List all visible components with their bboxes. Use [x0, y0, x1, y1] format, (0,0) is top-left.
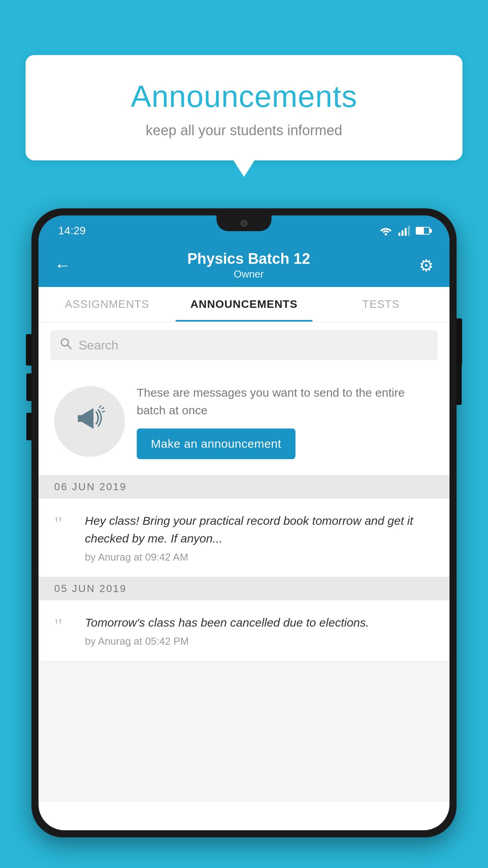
- phone-outer: 14:29: [31, 208, 457, 837]
- promo-icon-circle: [54, 386, 125, 457]
- promo-right: These are messages you want to send to t…: [137, 384, 434, 459]
- announcement-text-1: Hey class! Bring your practical record b…: [85, 512, 434, 547]
- announcement-content-1: Hey class! Bring your practical record b…: [85, 512, 434, 563]
- svg-rect-4: [408, 226, 410, 236]
- tab-tests[interactable]: TESTS: [312, 287, 449, 322]
- speech-bubble-subtitle: keep all your students informed: [57, 122, 431, 139]
- announcement-item-1[interactable]: " Hey class! Bring your practical record…: [39, 498, 449, 577]
- svg-line-9: [103, 411, 105, 412]
- content-area: Search: [39, 322, 449, 802]
- header-title-group: Physics Batch 12 Owner: [79, 250, 419, 280]
- settings-icon[interactable]: ⚙: [419, 256, 434, 275]
- tabs-bar: ASSIGNMENTS ANNOUNCEMENTS TESTS: [39, 287, 449, 322]
- search-icon: [60, 337, 72, 353]
- announcement-item-2[interactable]: " Tomorrow's class has been cancelled du…: [39, 600, 449, 661]
- svg-line-7: [99, 406, 101, 407]
- status-icons: [379, 226, 430, 236]
- speech-bubble-title: Announcements: [57, 79, 431, 114]
- power-button: [457, 354, 462, 405]
- battery-fill: [416, 228, 424, 234]
- search-placeholder: Search: [79, 338, 118, 353]
- search-bar-container: Search: [39, 322, 449, 368]
- phone-inner: 14:29: [39, 215, 449, 830]
- speech-bubble-card: Announcements keep all your students inf…: [26, 55, 462, 160]
- app-header: ← Physics Batch 12 Owner ⚙: [39, 244, 449, 287]
- search-input-wrap[interactable]: Search: [50, 330, 438, 360]
- make-announcement-button[interactable]: Make an announcement: [137, 428, 295, 459]
- back-button[interactable]: ←: [54, 256, 71, 275]
- announcement-meta-1: by Anurag at 09:42 AM: [85, 551, 434, 563]
- promo-card: These are messages you want to send to t…: [39, 368, 449, 475]
- phone-notch: [216, 215, 272, 231]
- svg-line-8: [102, 408, 104, 409]
- quote-icon-1: ": [54, 514, 74, 563]
- speech-bubble-section: Announcements keep all your students inf…: [26, 55, 462, 160]
- volume-down-button: [26, 413, 31, 440]
- front-camera: [240, 220, 248, 227]
- date-separator-1: 06 JUN 2019: [39, 475, 449, 498]
- svg-rect-2: [402, 230, 404, 236]
- phone-content: 14:29: [39, 215, 449, 802]
- battery-icon: [416, 227, 430, 235]
- megaphone-icon: [72, 400, 107, 443]
- signal-icon: [398, 226, 410, 236]
- header-subtitle: Owner: [79, 268, 419, 280]
- header-title: Physics Batch 12: [79, 250, 419, 267]
- svg-rect-1: [398, 233, 400, 236]
- announcement-content-2: Tomorrow's class has been cancelled due …: [85, 614, 434, 647]
- date-separator-2: 05 JUN 2019: [39, 577, 449, 600]
- svg-line-6: [68, 345, 71, 349]
- announcement-text-2: Tomorrow's class has been cancelled due …: [85, 614, 434, 631]
- svg-point-0: [385, 233, 387, 235]
- svg-rect-3: [405, 228, 407, 236]
- quote-icon-2: ": [54, 616, 74, 647]
- tab-assignments[interactable]: ASSIGNMENTS: [39, 287, 176, 322]
- phone-mockup: 14:29: [31, 208, 457, 868]
- volume-up-button: [26, 373, 31, 401]
- promo-description: These are messages you want to send to t…: [137, 384, 434, 419]
- wifi-icon: [379, 226, 393, 236]
- tab-announcements[interactable]: ANNOUNCEMENTS: [176, 287, 313, 322]
- announcement-meta-2: by Anurag at 05:42 PM: [85, 635, 434, 647]
